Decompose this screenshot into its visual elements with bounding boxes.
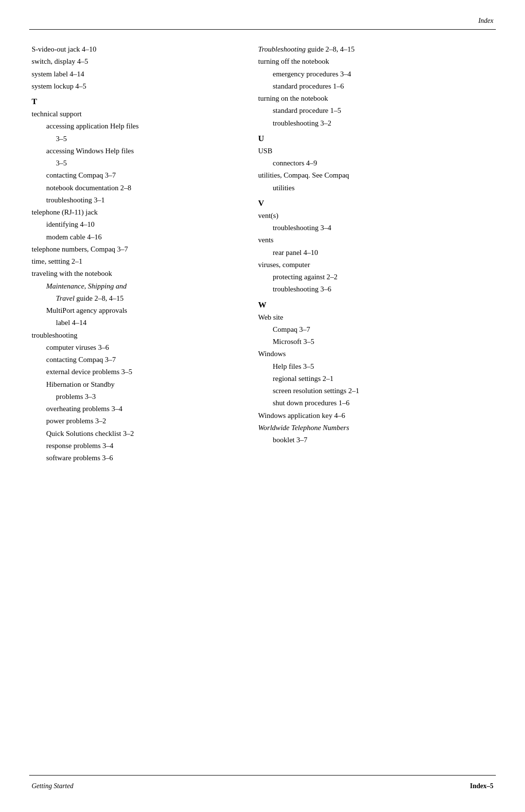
index-entry: Windows application key 4–6	[258, 410, 493, 421]
index-entry: notebook documentation 2–8	[46, 182, 244, 194]
index-entry: power problems 3–2	[46, 415, 244, 427]
index-entry: troubleshooting 3–1	[46, 195, 244, 206]
index-entry: contacting Compaq 3–7	[46, 354, 244, 365]
index-entry: traveling with the notebook	[32, 268, 244, 279]
index-entry: T	[32, 97, 244, 107]
bottom-rule	[29, 775, 496, 776]
index-entry: emergency procedures 3–4	[273, 69, 493, 80]
index-entry: Troubleshooting guide 2–8, 4–15	[258, 44, 493, 55]
index-entry: vents	[258, 235, 493, 246]
index-entry: utilities	[273, 182, 493, 194]
index-entry: troubleshooting 3–6	[273, 284, 493, 295]
index-entry: Windows	[258, 348, 493, 360]
index-entry: troubleshooting	[32, 330, 244, 341]
index-entry: Web site	[258, 312, 493, 323]
header-title: Index	[478, 17, 493, 24]
index-entry: identifying 4–10	[46, 219, 244, 230]
index-entry: response problems 3–4	[46, 440, 244, 451]
index-entry: Hibernation or Standby	[46, 379, 244, 390]
index-entry: Maintenance, Shipping and	[46, 281, 244, 292]
index-entry: Microsoft 3–5	[273, 336, 493, 347]
index-entry: modem cable 4–16	[46, 232, 244, 243]
index-entry: troubleshooting 3–2	[273, 118, 493, 129]
top-rule	[29, 29, 496, 30]
index-entry: U	[258, 134, 493, 144]
index-entry: time, settting 2–1	[32, 256, 244, 267]
index-entry: technical support	[32, 108, 244, 120]
index-entry: utilities, Compaq. See Compaq	[258, 170, 493, 181]
index-entry: system label 4–14	[32, 69, 244, 80]
index-entry: protecting against 2–2	[273, 271, 493, 283]
index-entry: S-video-out jack 4–10	[32, 44, 244, 55]
footer-right: Index–5	[470, 782, 493, 790]
index-entry: turning off the notebook	[258, 56, 493, 67]
right-column: Troubleshooting guide 2–8, 4–15turning o…	[253, 44, 493, 763]
index-entry: booklet 3–7	[273, 434, 493, 446]
index-entry: vent(s)	[258, 210, 493, 221]
index-entry: accessing application Help files	[46, 121, 244, 132]
index-entry: system lockup 4–5	[32, 81, 244, 92]
index-entry: Worldwide Telephone Numbers	[258, 422, 493, 433]
index-entry: shut down procedures 1–6	[273, 397, 493, 409]
index-entry: contacting Compaq 3–7	[46, 170, 244, 181]
index-entry: rear panel 4–10	[273, 247, 493, 258]
index-entry: USB	[258, 145, 493, 157]
index-entry: 3–5	[56, 133, 244, 144]
index-entry: problems 3–3	[56, 391, 244, 402]
index-entry: switch, display 4–5	[32, 56, 244, 67]
index-entry: regional settings 2–1	[273, 373, 493, 384]
index-entry: label 4–14	[56, 317, 244, 328]
index-entry: Help files 3–5	[273, 361, 493, 372]
index-entry: turning on the notebook	[258, 93, 493, 104]
index-entry: computer viruses 3–6	[46, 342, 244, 353]
index-entry: Compaq 3–7	[273, 324, 493, 335]
index-entry: MultiPort agency approvals	[46, 305, 244, 316]
index-entry: Quick Solutions checklist 3–2	[46, 428, 244, 439]
index-entry: screen resolution settings 2–1	[273, 385, 493, 397]
index-entry: telephone (RJ-11) jack	[32, 207, 244, 218]
content-area: S-video-out jack 4–10switch, display 4–5…	[32, 44, 493, 763]
index-entry: connectors 4–9	[273, 158, 493, 169]
index-entry: accessing Windows Help files	[46, 145, 244, 157]
index-entry: software problems 3–6	[46, 452, 244, 464]
index-entry: telephone numbers, Compaq 3–7	[32, 244, 244, 255]
index-entry: W	[258, 300, 493, 310]
index-entry: 3–5	[56, 158, 244, 169]
page-container: Index S-video-out jack 4–10switch, displ…	[0, 0, 525, 812]
index-entry: viruses, computer	[258, 259, 493, 271]
index-entry: standard procedures 1–6	[273, 81, 493, 92]
footer-left: Getting Started	[32, 782, 73, 790]
index-entry: external device problems 3–5	[46, 366, 244, 378]
index-entry: troubleshooting 3–4	[273, 222, 493, 234]
page-header: Index	[478, 17, 493, 25]
index-entry: overheating problems 3–4	[46, 403, 244, 415]
left-column: S-video-out jack 4–10switch, display 4–5…	[32, 44, 253, 763]
index-entry: standard procedure 1–5	[273, 105, 493, 116]
index-entry: Travel guide 2–8, 4–15	[56, 293, 244, 304]
index-entry: V	[258, 198, 493, 208]
